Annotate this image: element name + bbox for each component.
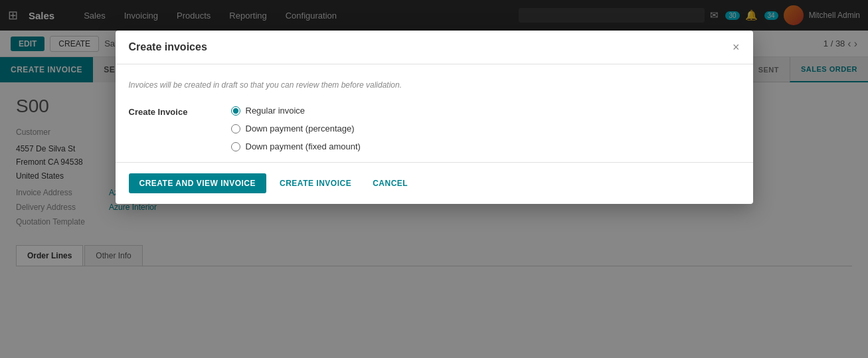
create-invoice-form-label: Create Invoice xyxy=(129,106,215,117)
modal-info-text: Invoices will be created in draft so tha… xyxy=(129,80,740,90)
radio-regular-invoice[interactable]: Regular invoice xyxy=(231,106,361,116)
modal-overlay[interactable]: Create invoices × Invoices will be creat… xyxy=(0,0,868,358)
modal-footer: CREATE AND VIEW INVOICE CREATE INVOICE C… xyxy=(116,162,753,204)
modal-body: Invoices will be created in draft so tha… xyxy=(116,64,753,162)
radio-regular-invoice-input[interactable] xyxy=(231,106,240,116)
invoice-type-radio-group: Regular invoice Down payment (percentage… xyxy=(231,106,361,151)
modal-title: Create invoices xyxy=(129,41,207,53)
create-and-view-invoice-button[interactable]: CREATE AND VIEW INVOICE xyxy=(129,173,267,193)
create-invoice-modal-button[interactable]: CREATE INVOICE xyxy=(272,173,359,193)
cancel-button[interactable]: CANCEL xyxy=(365,173,416,193)
radio-down-payment-fixed[interactable]: Down payment (fixed amount) xyxy=(231,141,361,151)
radio-down-payment-fixed-input[interactable] xyxy=(231,142,240,151)
radio-down-payment-pct[interactable]: Down payment (percentage) xyxy=(231,124,361,134)
modal-close-button[interactable]: × xyxy=(733,41,740,53)
radio-down-payment-pct-input[interactable] xyxy=(231,124,240,134)
radio-down-payment-fixed-label: Down payment (fixed amount) xyxy=(246,141,361,151)
modal-header: Create invoices × xyxy=(116,31,753,64)
radio-regular-invoice-label: Regular invoice xyxy=(246,106,305,116)
radio-down-payment-pct-label: Down payment (percentage) xyxy=(246,124,355,134)
modal-form-row: Create Invoice Regular invoice Down paym… xyxy=(129,106,740,151)
create-invoices-modal: Create invoices × Invoices will be creat… xyxy=(116,31,753,204)
